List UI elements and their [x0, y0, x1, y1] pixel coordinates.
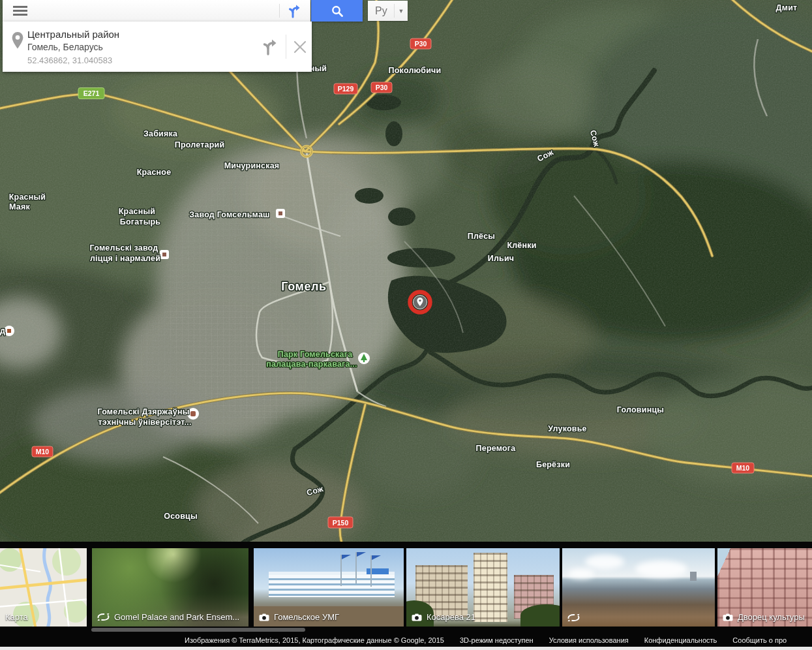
- photo-tile-kosareva[interactable]: Косарева 21: [406, 548, 560, 627]
- label-university-1: Гомельскі Дзяржаўны: [97, 407, 189, 416]
- language-selector[interactable]: Ру ▼: [368, 1, 408, 21]
- label-klyonki: Клёнки: [507, 241, 536, 250]
- label-beryozki: Берёзки: [536, 460, 570, 469]
- building-banner-art: [367, 568, 389, 574]
- label-partial-nyi: ный: [310, 64, 327, 73]
- cloud-art: [568, 568, 594, 579]
- cloud-art: [635, 561, 687, 578]
- search-icon: [331, 5, 344, 18]
- label-zavod-littsya-2: ліцця і нармалей: [90, 254, 160, 263]
- link-3d-unavailable: 3D-режим недоступен: [460, 636, 534, 647]
- tile-label-dvorets: Дворец культуры: [738, 612, 805, 622]
- language-label: Ру: [368, 5, 394, 17]
- map-canvas[interactable]: E271 Р129 Р30 Р30 М10 М10 Р150 Дмит Поко…: [0, 0, 812, 542]
- search-bar[interactable]: [3, 0, 310, 22]
- label-pokolyubichi: Поколюбичи: [389, 66, 442, 75]
- shield-p150: Р150: [333, 519, 349, 527]
- place-coordinates: 52.436862, 31.040583: [27, 55, 112, 65]
- carousel-scrollbar[interactable]: [91, 628, 305, 632]
- building-art: [474, 553, 507, 622]
- chevron-down-icon[interactable]: ▼: [395, 8, 408, 14]
- toolbar-divider: [279, 4, 280, 18]
- tile-label-palace-park: Gomel Palace and Park Ensem...: [114, 612, 239, 622]
- map-thumbnail-tile[interactable]: Карта: [0, 548, 87, 627]
- hamburger-menu-icon[interactable]: [13, 6, 27, 16]
- label-plyosy: Плёсы: [468, 232, 496, 241]
- marker-pin-hole: [419, 300, 421, 302]
- tree-art: [520, 604, 560, 627]
- photo-tile-lake-pano[interactable]: [562, 548, 715, 627]
- place-pin-icon: [11, 31, 24, 51]
- label-gomel-city: Гомель: [281, 280, 327, 293]
- label-park-2: палацава-паркавага...: [266, 360, 357, 369]
- label-proletariy: Пролетарий: [175, 140, 225, 149]
- link-privacy[interactable]: Конфиденциальность: [644, 636, 717, 647]
- card-directions-icon[interactable]: [260, 37, 279, 57]
- camera-icon: [259, 613, 269, 621]
- photo-tile-palace-culture[interactable]: Дворец культуры: [717, 548, 812, 627]
- search-button[interactable]: [311, 0, 363, 22]
- label-krasny-bogatyr-2: Богатырь: [120, 217, 161, 226]
- map-attribution: Изображения © TerraMetrics, 2015, Картог…: [185, 636, 444, 647]
- label-osovtsy: Осовцы: [164, 512, 198, 521]
- shield-m10: М10: [736, 464, 750, 472]
- location-marker[interactable]: [410, 292, 430, 313]
- place-info-card: Центральный район Гомель, Беларусь 52.43…: [3, 22, 312, 72]
- factory-poi-icon[interactable]: [160, 250, 169, 259]
- building-art: [269, 572, 395, 597]
- flag-art: [340, 555, 342, 586]
- label-peremoga: Перемога: [476, 444, 517, 453]
- park-tree-icon[interactable]: [358, 352, 370, 364]
- satellite-grain: [0, 0, 812, 542]
- label-ilich: Ильич: [488, 254, 515, 263]
- label-zavod-littsya-1: Гомельскі завод: [90, 243, 158, 253]
- flag-art: [355, 552, 357, 583]
- satellite-map[interactable]: E271 Р129 Р30 Р30 М10 М10 Р150 Дмит Поко…: [0, 0, 812, 542]
- label-krasny-mayak-1: Красный: [9, 193, 46, 202]
- close-icon[interactable]: [292, 39, 308, 55]
- label-university-2: тэхнічны ўніверсітэт...: [98, 418, 191, 427]
- city-silhouette-art: [690, 572, 697, 581]
- shield-e271: E271: [83, 89, 100, 97]
- flag-art: [370, 555, 372, 587]
- label-michurinskaya: Мичуринская: [224, 161, 280, 170]
- shield-p30: Р30: [376, 84, 388, 91]
- tile-label-umg: Гомельское УМГ: [274, 612, 339, 622]
- shield-m10: М10: [36, 448, 50, 456]
- photo-tile-palace-park[interactable]: Gomel Palace and Park Ensem...: [92, 548, 248, 627]
- label-krasny-bogatyr-1: Красный: [119, 207, 155, 216]
- label-zabiyaka: Забияка: [143, 129, 178, 138]
- edge-poi-icon[interactable]: [4, 326, 14, 336]
- footer-bar: Изображения © TerraMetrics, 2015, Картог…: [185, 636, 812, 647]
- label-krasnoye: Красное: [137, 168, 172, 177]
- label-ulukovye: Улуковье: [548, 424, 586, 433]
- factory-poi-icon[interactable]: [276, 209, 285, 218]
- cloud-art: [585, 555, 624, 569]
- camera-icon: [723, 613, 733, 621]
- photosphere-icon: [567, 613, 580, 622]
- shield-p129: Р129: [338, 85, 354, 93]
- label-park-1: Парк Гомельскага: [278, 350, 353, 359]
- photosphere-icon: [97, 613, 110, 621]
- place-subtitle: Гомель, Беларусь: [27, 42, 103, 52]
- tile-label-kosareva: Косарева 21: [427, 612, 475, 622]
- label-partial-d: д: [0, 326, 5, 335]
- label-dmit-partial: Дмит: [776, 3, 798, 12]
- label-krasny-mayak-2: Маяк: [9, 202, 30, 211]
- label-golovintsy: Головинцы: [617, 405, 664, 414]
- shield-p30: Р30: [415, 40, 427, 48]
- place-title: Центральный район: [27, 29, 119, 40]
- card-divider: [286, 35, 286, 59]
- photo-tile-umg[interactable]: Гомельское УМГ: [254, 548, 404, 627]
- link-report-problem[interactable]: Сообщить о про: [732, 636, 787, 647]
- link-terms[interactable]: Условия использования: [549, 636, 629, 647]
- tile-label-karta: Карта: [5, 612, 28, 622]
- bottom-edge-strip: [0, 647, 812, 650]
- label-gomselmash: Завод Гомсельмаш: [189, 210, 269, 219]
- camera-icon: [412, 613, 422, 621]
- photo-carousel-panel: Карта Gomel Palace and Park Ensem... Гом…: [0, 542, 812, 647]
- directions-icon[interactable]: [286, 3, 303, 20]
